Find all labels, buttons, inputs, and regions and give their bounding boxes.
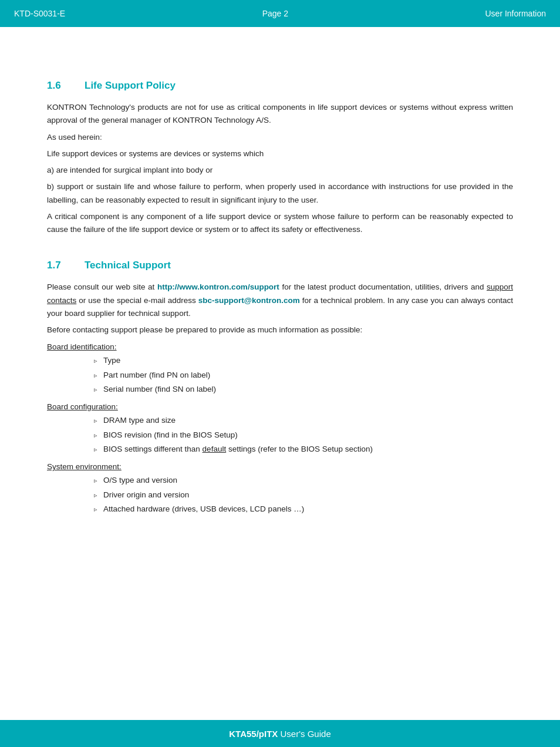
- section-1-6-heading: 1.6 Life Support Policy: [47, 80, 513, 92]
- header-left: KTD-S0031-E: [14, 9, 65, 18]
- main-content: 1.6 Life Support Policy KONTRON Technolo…: [0, 27, 560, 566]
- system-env-list: O/S type and version Driver origin and v…: [47, 473, 513, 516]
- section-1-7-heading: 1.7 Technical Support: [47, 260, 513, 271]
- email-link[interactable]: sbc-support@kontron.com: [198, 296, 300, 305]
- footer-bar: KTA55/pITX User's Guide: [0, 720, 560, 747]
- board-id-label: Board identification:: [47, 342, 513, 351]
- section-1-6-para-2: As used herein:: [47, 131, 513, 144]
- header-right: User Information: [485, 9, 546, 18]
- section-1-6-title: Life Support Policy: [85, 80, 176, 92]
- before-list-text: Before contacting support please be prep…: [47, 324, 513, 337]
- board-id-list: Type Part number (find PN on label) Seri…: [47, 354, 513, 396]
- footer-normal: User's Guide: [278, 729, 330, 739]
- intro-text-3: or use the special e-mail address: [76, 296, 198, 305]
- system-env-label: System environment:: [47, 462, 513, 471]
- section-1-6-para-3: Life support devices or systems are devi…: [47, 147, 513, 160]
- header-center: Page 2: [262, 9, 288, 18]
- footer-bold: KTA55/pITX: [229, 729, 278, 739]
- section-1-6-para-6: A critical component is any component of…: [47, 210, 513, 237]
- list-item: Type: [94, 354, 513, 368]
- section-1-7-title: Technical Support: [85, 260, 171, 271]
- section-1-6-number: 1.6: [47, 80, 70, 92]
- list-item: DRAM type and size: [94, 413, 513, 428]
- board-config-label: Board configuration:: [47, 402, 513, 411]
- kontron-support-link[interactable]: http://www.kontron.com/support: [157, 282, 279, 291]
- section-1-7-number: 1.7: [47, 260, 70, 271]
- list-item: BIOS settings different than default set…: [94, 442, 513, 456]
- footer-text: KTA55/pITX User's Guide: [229, 729, 330, 739]
- list-item: Part number (find PN on label): [94, 368, 513, 382]
- board-config-list: DRAM type and size BIOS revision (find i…: [47, 413, 513, 456]
- intro-text-1: Please consult our web site at: [47, 282, 157, 291]
- header-bar: KTD-S0031-E Page 2 User Information: [0, 0, 560, 27]
- section-1-7-intro: Please consult our web site at http://ww…: [47, 281, 513, 320]
- section-1-6-para-4: a) are intended for surgical implant int…: [47, 164, 513, 177]
- list-item: Serial number (find SN on label): [94, 382, 513, 396]
- list-item: O/S type and version: [94, 473, 513, 487]
- section-1-6-para-1: KONTRON Technology's products are not fo…: [47, 101, 513, 127]
- list-item: Attached hardware (drives, USB devices, …: [94, 502, 513, 516]
- default-word: default: [203, 445, 227, 453]
- section-1-6-para-5: b) support or sustain life and whose fai…: [47, 180, 513, 207]
- list-item: BIOS revision (find in the BIOS Setup): [94, 428, 513, 442]
- list-item: Driver origin and version: [94, 488, 513, 502]
- intro-text-2: for the latest product documentation, ut…: [279, 282, 487, 291]
